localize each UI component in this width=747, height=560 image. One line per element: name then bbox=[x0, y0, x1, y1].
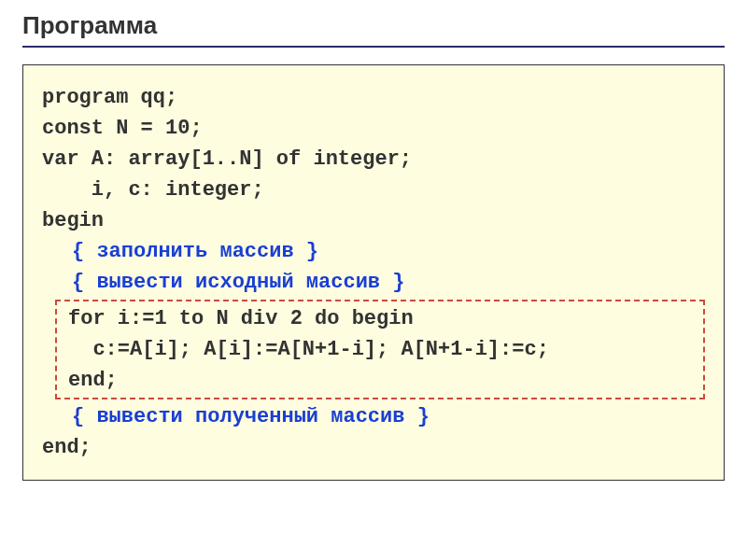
code-line: i, c: integer; bbox=[42, 175, 705, 205]
code-line: begin bbox=[42, 205, 705, 236]
title-divider bbox=[22, 46, 725, 48]
code-line: end; bbox=[42, 432, 705, 463]
code-comment: { заполнить массив } bbox=[42, 236, 705, 267]
code-line: program qq; bbox=[42, 82, 705, 113]
slide-title: Программа bbox=[22, 11, 725, 40]
code-line: for i:=1 to N div 2 do begin bbox=[63, 303, 698, 334]
code-comment: { вывести полученный массив } bbox=[42, 401, 705, 432]
code-line: end; bbox=[63, 365, 698, 396]
highlighted-loop-block: for i:=1 to N div 2 do begin c:=A[i]; A[… bbox=[55, 300, 705, 399]
code-line: c:=A[i]; A[i]:=A[N+1-i]; A[N+1-i]:=c; bbox=[63, 334, 698, 365]
code-comment: { вывести исходный массив } bbox=[42, 267, 705, 298]
code-block: program qq; const N = 10; var A: array[1… bbox=[22, 64, 725, 481]
code-line: const N = 10; bbox=[42, 113, 705, 144]
code-line: var A: array[1..N] of integer; bbox=[42, 144, 705, 175]
